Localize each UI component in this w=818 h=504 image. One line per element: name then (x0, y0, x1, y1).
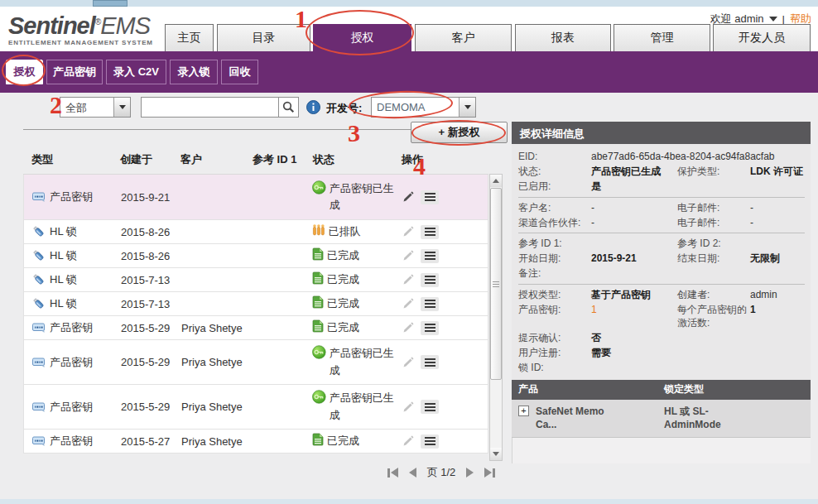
subtab-product-keys[interactable]: 产品密钥 (46, 60, 103, 84)
scope-select[interactable]: 全部 (60, 97, 131, 118)
edit-icon[interactable] (402, 401, 414, 413)
product-keys-label: 产品密钥: (518, 302, 591, 330)
logo-title-suffix: EMS (100, 12, 150, 39)
scope-select-value: 全部 (60, 98, 113, 117)
prev-page-button[interactable] (409, 468, 416, 478)
cell-type: 产品密钥 (50, 434, 93, 449)
actions-menu-icon[interactable] (421, 400, 439, 414)
nav-tab-catalog[interactable]: 目录 (217, 24, 310, 51)
col-header-status[interactable]: 状态 (305, 152, 393, 167)
table-scrollbar[interactable] (489, 174, 503, 461)
pagination: 页 1/2 (371, 463, 512, 482)
last-page-button[interactable] (484, 468, 495, 478)
ref-id2-value (750, 236, 805, 251)
scroll-down-icon[interactable] (490, 448, 502, 460)
product-key-icon (32, 358, 46, 367)
subtab-entitlements[interactable]: 授权 (6, 60, 43, 84)
table-row[interactable]: HL 锁 2015-7-13 已完成 (23, 292, 488, 316)
end-date-value: 无限制 (750, 251, 805, 266)
actions-menu-icon[interactable] (421, 434, 439, 449)
nav-tab-customers[interactable]: 客户 (415, 24, 512, 51)
search-button[interactable] (278, 97, 299, 118)
creator-label: 创建者: (677, 287, 750, 302)
nav-tab-reports[interactable]: 报表 (515, 24, 611, 51)
status-generated-icon (312, 390, 326, 404)
edit-icon[interactable] (402, 274, 414, 286)
first-page-button[interactable] (387, 468, 398, 478)
table-row[interactable]: HL 锁 2015-8-26 已完成 (23, 244, 488, 268)
actions-menu-icon[interactable] (421, 225, 439, 239)
customer-name-label: 客户名: (518, 200, 591, 215)
product-name: SafeNet Memo Ca... (536, 405, 622, 433)
info-icon[interactable] (306, 100, 320, 114)
table-row[interactable]: 产品密钥 2015-5-29 Priya Shetye 产品密钥已生成 (23, 340, 488, 385)
status-completed-icon (312, 319, 324, 333)
col-header-customer[interactable]: 客户 (172, 152, 244, 167)
col-header-type[interactable]: 类型 (23, 152, 112, 167)
creator-value: admin (750, 287, 805, 302)
subtab-checkin-key[interactable]: 录入锁 (170, 60, 218, 84)
table-row[interactable]: 产品密钥 2015-5-27 Priya Shetye 已完成 (23, 430, 488, 454)
user-menu-chevron-icon[interactable] (769, 17, 777, 22)
confirm-value: 否 (591, 330, 677, 345)
actions-menu-icon[interactable] (421, 273, 439, 287)
product-keys-value[interactable]: 1 (591, 302, 677, 330)
actions-menu-icon[interactable] (421, 190, 439, 204)
col-header-created[interactable]: 创建于 (112, 152, 172, 167)
hl-lock-icon (32, 225, 46, 238)
developer-id-value: DEMOMA (372, 98, 459, 117)
confirm-label: 提示确认: (518, 330, 591, 345)
edit-icon[interactable] (402, 298, 414, 310)
actions-menu-icon[interactable] (421, 297, 439, 311)
cell-created: 2015-5-27 (113, 435, 173, 448)
status-value: 产品密钥已生成 (591, 164, 677, 179)
scroll-up-icon[interactable] (490, 175, 502, 187)
cell-type: 产品密钥 (50, 190, 93, 204)
cell-customer: Priya Shetye (173, 401, 245, 413)
subtab-revoke[interactable]: 回收 (221, 60, 258, 84)
edit-icon[interactable] (402, 322, 414, 334)
table-row[interactable]: 产品密钥 2015-5-29 Priya Shetye 产品密钥已生成 (23, 385, 488, 430)
table-row[interactable]: HL 锁 2015-7-13 已完成 (23, 268, 488, 292)
actions-menu-icon[interactable] (421, 249, 439, 263)
developer-id-select-arrow[interactable] (459, 98, 475, 117)
edit-icon[interactable] (402, 191, 414, 203)
entitlement-details-panel: 授权详细信息 EID: abe77ad6-65da-4bea-8204-ac94… (512, 122, 811, 463)
browser-tab-stub (93, 0, 128, 7)
nav-tab-developers[interactable]: 开发人员 (713, 24, 811, 51)
edit-icon[interactable] (402, 357, 414, 368)
hl-lock-icon (32, 273, 46, 286)
email2-label: 电子邮件: (677, 215, 750, 230)
table-row[interactable]: HL 锁 2015-8-26 已排队 (23, 220, 488, 244)
actions-menu-icon[interactable] (421, 321, 439, 335)
search-input[interactable] (141, 97, 278, 118)
edit-icon[interactable] (402, 435, 414, 447)
scrollbar-thumb[interactable] (490, 188, 502, 380)
new-entitlement-button[interactable]: + 新授权 (411, 122, 508, 143)
expand-icon[interactable]: + (518, 406, 529, 416)
nav-tab-admin[interactable]: 管理 (614, 24, 710, 51)
divider (518, 197, 805, 198)
activations-label: 每个产品密钥的激活数: (677, 302, 750, 330)
scope-select-arrow[interactable] (113, 98, 130, 117)
end-date-label: 结束日期: (677, 251, 750, 266)
col-header-ref1[interactable]: 参考 ID 1 (244, 152, 305, 167)
cell-created: 2015-5-29 (113, 322, 173, 334)
actions-menu-icon[interactable] (421, 355, 439, 369)
cell-status: 已排队 (329, 223, 394, 240)
next-page-button[interactable] (466, 468, 474, 478)
table-row[interactable]: 产品密钥 2015-9-21 产品密钥已生成 (23, 175, 488, 220)
subtab-checkin-c2v[interactable]: 录入 C2V (106, 60, 166, 84)
remarks-label: 备注: (518, 266, 591, 281)
email-label: 电子邮件: (677, 200, 750, 215)
edit-icon[interactable] (402, 226, 414, 238)
products-col-locking: 锁定类型 (664, 382, 811, 396)
nav-tab-entitlements[interactable]: 授权 (313, 24, 411, 51)
status-completed-icon (312, 433, 324, 446)
status-generated-icon (312, 180, 326, 194)
edit-icon[interactable] (402, 250, 414, 262)
nav-tab-home[interactable]: 主页 (165, 24, 214, 51)
developer-id-select[interactable]: DEMOMA (371, 97, 476, 118)
table-row[interactable]: 产品密钥 2015-5-29 Priya Shetye 已完成 (23, 316, 488, 340)
divider (518, 284, 805, 285)
